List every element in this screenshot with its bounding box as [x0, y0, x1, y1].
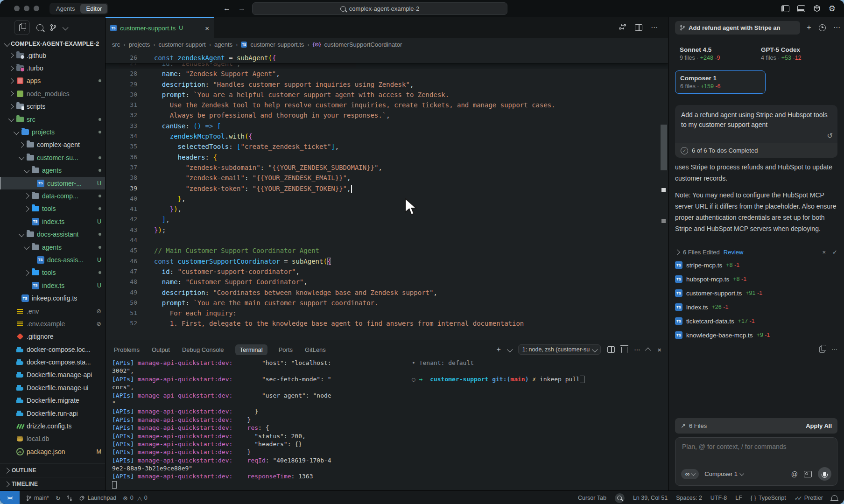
code-line-49[interactable]: 49 description: "Coordinates between kno…: [106, 287, 668, 298]
edited-file-row-hubspot-mcp-ts[interactable]: TShubspot-mcp.ts+8 -1: [675, 272, 837, 286]
tree-item-complex-agent[interactable]: complex-agent: [0, 139, 105, 151]
tree-item-node-modules[interactable]: node_modules: [0, 87, 105, 100]
message-more-icon[interactable]: ⋯: [831, 346, 837, 353]
split-editor-icon[interactable]: [635, 24, 642, 31]
panel-tab-output[interactable]: Output: [151, 344, 171, 355]
open-changes-icon[interactable]: [619, 23, 626, 32]
panel-tab-gitlens[interactable]: GitLens: [304, 344, 327, 355]
panel-more-actions-icon[interactable]: ⋯: [634, 346, 640, 353]
model-result-gpt5[interactable]: GPT-5 Codex 4 files · +53 -12: [756, 43, 837, 64]
tree-item-docs-assistant[interactable]: docs-assistant: [0, 228, 105, 240]
apply-all-button[interactable]: Apply All: [806, 422, 832, 429]
tree-item--gitignore[interactable]: .gitignore: [0, 330, 105, 343]
code-line-33[interactable]: 33 canUse: () => [: [106, 121, 668, 131]
editor-tab-customer-support[interactable]: TS customer-support.ts U ×: [106, 17, 214, 38]
tree-item-dockerfile-manage-api[interactable]: Dockerfile.manage-api: [0, 369, 105, 381]
tree-item-docs-assis-[interactable]: TSdocs-assis...U: [0, 253, 105, 266]
code-line-27[interactable]: 27 id: "zendesk-agent",: [106, 63, 668, 69]
sync-icon[interactable]: ↻: [56, 495, 60, 502]
tree-item-dockerfile-migrate[interactable]: Dockerfile.migrate: [0, 394, 105, 407]
panel-tab-debug-console[interactable]: Debug Console: [181, 344, 225, 355]
edited-file-row-knowledge-base-mcp-ts[interactable]: TSknowledge-base-mcp.ts+9 -1: [675, 328, 837, 342]
tree-item-apps[interactable]: apps: [0, 75, 105, 87]
code-line-32[interactable]: 32 Always be professional and thorough i…: [106, 110, 668, 120]
code-line-39[interactable]: 39 "zendesk-token": "{{YOUR_ZENDESK_TOKE…: [106, 183, 668, 194]
tree-item-tools[interactable]: tools: [0, 203, 105, 215]
problems-item[interactable]: ⊗ 0 △ 0: [123, 495, 147, 502]
tree-item-data-comp-[interactable]: data-comp...: [0, 189, 105, 202]
launchpad-item[interactable]: Launchpad: [79, 495, 116, 501]
tree-item-agents[interactable]: agents: [0, 241, 105, 253]
formatter-item[interactable]: ✓✓ Prettier: [795, 495, 823, 502]
terminal-output[interactable]: [APIs] manage-api-quickstart:dev: "host"…: [106, 359, 406, 490]
line-col-item[interactable]: Ln 39, Col 51: [633, 495, 668, 501]
panel-tab-terminal[interactable]: Terminal: [235, 344, 267, 355]
code-line-31[interactable]: 31 Use the Zendesk tool to help resolve …: [106, 100, 668, 110]
git-compare-icon[interactable]: [67, 495, 72, 501]
tree-item-src[interactable]: src: [0, 113, 105, 126]
maximize-panel-icon[interactable]: [645, 347, 651, 353]
search-view-icon[interactable]: [36, 24, 43, 31]
extensions-cube-icon[interactable]: [813, 5, 821, 12]
code-line-43[interactable]: 43});: [106, 225, 668, 235]
forward-icon[interactable]: →: [238, 4, 246, 13]
reject-all-icon[interactable]: ×: [823, 249, 826, 256]
code-line-44[interactable]: 44: [106, 235, 668, 245]
code-line-29[interactable]: 29 description: "Handles customer suppor…: [106, 79, 668, 90]
toggle-panel-icon[interactable]: [797, 5, 805, 12]
code-line-41[interactable]: 41 }),: [106, 204, 668, 214]
workspace-root[interactable]: COMPLEX-AGENT-EXAMPLE-2: [0, 38, 105, 49]
files-edited-chevron-icon[interactable]: [674, 249, 680, 255]
restore-checkpoint-icon[interactable]: ↺: [827, 132, 833, 140]
panel-tab-problems[interactable]: Problems: [113, 344, 141, 355]
chat-more-actions-icon[interactable]: ⋯: [833, 23, 840, 32]
tree-item-projects[interactable]: projects: [0, 126, 105, 138]
timeline-section[interactable]: TIMELINE: [0, 477, 105, 490]
apply-files-bar[interactable]: ↗ 6 Files Apply All: [675, 418, 837, 434]
gear-icon[interactable]: ⚙: [829, 5, 836, 13]
tree-item-dockerfile-manage-ui[interactable]: Dockerfile.manage-ui: [0, 381, 105, 394]
tree-item-tools[interactable]: tools: [0, 266, 105, 279]
remote-indicator[interactable]: ><: [0, 491, 20, 504]
back-icon[interactable]: ←: [223, 4, 231, 13]
tree-item-inkeep-config-ts[interactable]: TSinkeep.config.ts: [0, 292, 105, 304]
breadcrumb[interactable]: src› projects› customer-support› agents›…: [106, 38, 668, 51]
notifications-bell-icon[interactable]: [831, 495, 837, 500]
tree-item-drizzle-config-ts[interactable]: drizzle.config.ts: [0, 420, 105, 432]
review-link[interactable]: Review: [724, 249, 744, 256]
eol-item[interactable]: LF: [735, 495, 742, 501]
outline-section[interactable]: OUTLINE: [0, 463, 105, 477]
tree-item-index-ts[interactable]: TSindex.tsU: [0, 215, 105, 228]
tab-agents[interactable]: Agents: [50, 4, 80, 14]
voice-input-button[interactable]: [818, 467, 831, 481]
editor-more-actions-icon[interactable]: ⋯: [651, 23, 658, 32]
tree-item-local-db[interactable]: local.db: [0, 433, 105, 445]
edited-file-row-index-ts[interactable]: TSindex.ts+26 -1: [675, 300, 837, 314]
new-chat-icon[interactable]: +: [807, 23, 811, 32]
close-tab-icon[interactable]: ×: [205, 24, 209, 32]
split-terminal-icon[interactable]: [607, 346, 615, 353]
code-line-37[interactable]: 37 "zendesk-subdomain": "{{YOUR_ZENDESK_…: [106, 162, 668, 173]
model-result-sonnet[interactable]: Sonnet 4.5 9 files · +248 -9: [675, 43, 756, 64]
tree-item--env[interactable]: .env⊘: [0, 305, 105, 317]
copy-icon[interactable]: [819, 346, 825, 353]
close-panel-icon[interactable]: ×: [657, 346, 661, 354]
tree-item--github[interactable]: .github: [0, 49, 105, 62]
edited-file-row-ticketcard-data-ts[interactable]: TSticketcard-data.ts+17 -1: [675, 314, 837, 328]
toggle-sidebar-icon[interactable]: [781, 5, 789, 12]
code-line-30[interactable]: 30 prompt: `You are a helpful customer s…: [106, 90, 668, 100]
code-line-28[interactable]: 28 name: "Zendesk Support Agent",: [106, 69, 668, 79]
code-line-35[interactable]: 35 selectedTools: ["create_zendesk_ticke…: [106, 141, 668, 152]
window-controls[interactable]: [14, 6, 39, 11]
code-line-47[interactable]: 47 id: "customer-support-coordinator",: [106, 266, 668, 277]
tree-item-customer-[interactable]: TScustomer-...U: [0, 177, 105, 189]
chat-input[interactable]: [681, 442, 833, 451]
encoding-item[interactable]: UTF-8: [710, 495, 727, 501]
panel-tab-ports[interactable]: Ports: [278, 344, 294, 355]
tree-item-package-json[interactable]: JSpackage.jsonM: [0, 445, 105, 458]
mention-icon[interactable]: @: [791, 470, 798, 478]
accept-all-icon[interactable]: ✓: [832, 249, 837, 256]
code-line-50[interactable]: 50 prompt: `You are the main customer su…: [106, 298, 668, 308]
tree-item-agents[interactable]: agents: [0, 164, 105, 177]
todos-summary[interactable]: ✓ 6 of 6 To-dos Completed: [675, 143, 837, 158]
